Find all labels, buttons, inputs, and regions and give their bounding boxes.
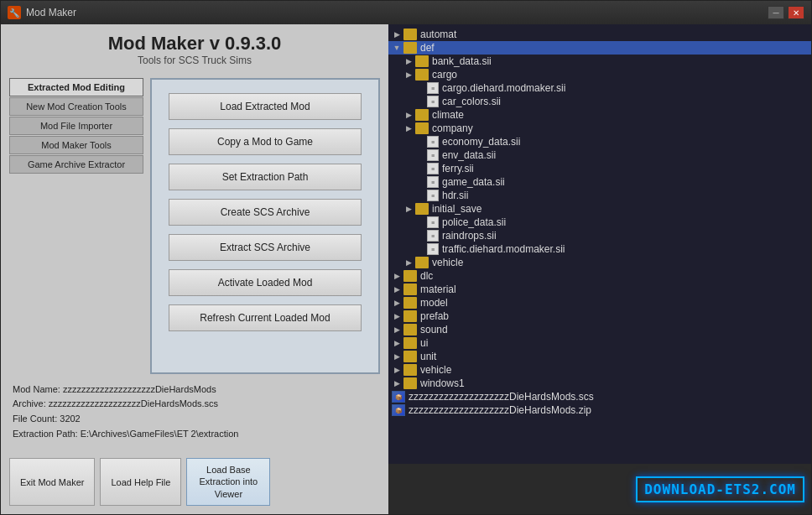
sidebar-item-mod-maker-tools[interactable]: Mod Maker Tools — [9, 136, 143, 154]
file-icon: ≡ — [427, 163, 439, 174]
load-base-extraction-button[interactable]: Load Base Extraction into Viewer — [186, 458, 270, 506]
collapse-icon[interactable]: ▶ — [392, 325, 402, 335]
tree-item-label: material — [420, 284, 456, 295]
title-bar-left: 🔧 Mod Maker — [8, 6, 76, 19]
copy-mod-to-game-button[interactable]: Copy a Mod to Game — [169, 128, 362, 155]
collapse-icon[interactable]: ▶ — [392, 311, 402, 321]
tree-item[interactable]: ▶vehicle — [388, 363, 811, 377]
tree-item[interactable]: ≡raindrops.sii — [388, 229, 811, 242]
collapse-icon[interactable]: ▶ — [403, 258, 414, 268]
close-button[interactable]: ✕ — [788, 6, 804, 19]
sidebar-item-extracted-mod-editing[interactable]: Extracted Mod Editing — [9, 78, 143, 96]
tree-item[interactable]: ≡traffic.diehard.modmaker.sii — [388, 242, 811, 256]
extract-scs-archive-button[interactable]: Extract SCS Archive — [169, 234, 362, 261]
collapse-icon[interactable]: ▶ — [392, 298, 402, 308]
tree-item[interactable]: 📦zzzzzzzzzzzzzzzzzzzzDieHardsMods.scs — [388, 390, 811, 403]
file-count-label: File Count: — [13, 414, 57, 424]
tree-item[interactable]: ▶windows1 — [388, 377, 811, 390]
collapse-icon[interactable]: ▶ — [392, 351, 402, 362]
watermark: DOWNLOAD-ETS2.COM — [636, 476, 804, 502]
collapse-icon[interactable]: ▶ — [392, 284, 402, 294]
tree-item[interactable]: ≡cargo.diehard.modmaker.sii — [388, 81, 811, 95]
tree-item-label: prefab — [420, 310, 449, 322]
tree-item[interactable]: ≡economy_data.sii — [388, 135, 811, 148]
sidebar-item-game-archive-extractor[interactable]: Game Archive Extractor — [9, 155, 143, 174]
tree-item[interactable]: ▶climate — [388, 108, 811, 122]
collapse-icon[interactable]: ▶ — [403, 110, 414, 120]
tree-item[interactable]: ▶ui — [388, 336, 811, 350]
tree-item[interactable]: ▶initial_save — [388, 202, 811, 216]
tree-item[interactable]: ▶vehicle — [388, 256, 811, 269]
folder-icon — [403, 337, 417, 349]
tree-item[interactable]: ≡ferry.sii — [388, 162, 811, 175]
collapse-icon[interactable]: ▶ — [392, 271, 402, 281]
tree-item[interactable]: ▼def — [388, 41, 811, 55]
tree-item[interactable]: ▶sound — [388, 323, 811, 336]
collapse-icon[interactable]: ▶ — [403, 56, 414, 66]
tree-item-label: windows1 — [420, 377, 465, 389]
buttons-panel: Load Extracted Mod Copy a Mod to Game Se… — [150, 78, 380, 374]
collapse-icon[interactable]: ▶ — [392, 378, 402, 388]
tree-item-label: car_colors.sii — [442, 96, 501, 107]
load-extracted-mod-button[interactable]: Load Extracted Mod — [169, 93, 362, 120]
folder-icon — [403, 42, 417, 54]
file-icon: ≡ — [427, 216, 439, 228]
app-icon: 🔧 — [8, 6, 21, 19]
sidebar-nav: Extracted Mod Editing New Mod Creation T… — [9, 78, 143, 366]
sidebar-item-new-mod-creation-tools[interactable]: New Mod Creation Tools — [9, 97, 143, 116]
tree-item[interactable]: ≡hdr.sii — [388, 189, 811, 202]
tree-item[interactable]: 📦zzzzzzzzzzzzzzzzzzzzDieHardsMods.zip — [388, 403, 811, 417]
tree-item[interactable]: ▶material — [388, 283, 811, 296]
tree-item[interactable]: ▶prefab — [388, 310, 811, 323]
tree-item-label: def — [420, 42, 435, 54]
tree-item-label: model — [420, 297, 448, 309]
tree-item[interactable]: ▶bank_data.sii — [388, 55, 811, 68]
folder-icon — [403, 324, 417, 336]
tree-item-label: bank_data.sii — [432, 55, 492, 67]
collapse-icon[interactable]: ▶ — [392, 338, 402, 348]
folder-icon — [415, 122, 429, 134]
folder-icon — [415, 203, 429, 215]
tree-item[interactable]: ≡police_data.sii — [388, 216, 811, 229]
tree-item-label: raindrops.sii — [442, 230, 497, 242]
tree-item-label: automat — [420, 29, 456, 40]
tree-item[interactable]: ▶unit — [388, 350, 811, 363]
create-scs-archive-button[interactable]: Create SCS Archive — [169, 199, 362, 226]
folder-icon — [403, 310, 417, 322]
file-count-value: 3202 — [60, 414, 80, 424]
tree-item-label: vehicle — [432, 257, 463, 268]
tree-item[interactable]: ▶company — [388, 122, 811, 135]
folder-icon — [403, 297, 417, 309]
tree-item[interactable]: ≡car_colors.sii — [388, 95, 811, 108]
sidebar-item-mod-file-importer[interactable]: Mod File Importer — [9, 117, 143, 135]
folder-icon — [403, 351, 417, 362]
collapse-icon[interactable]: ▶ — [392, 29, 402, 39]
tree-item[interactable]: ▶cargo — [388, 68, 811, 81]
exit-mod-maker-button[interactable]: Exit Mod Maker — [9, 458, 95, 506]
refresh-current-loaded-mod-button[interactable]: Refresh Current Loaded Mod — [169, 304, 362, 331]
tree-item[interactable]: ▶automat — [388, 28, 811, 41]
tree-item[interactable]: ▶model — [388, 296, 811, 310]
archive-label: Archive: — [13, 398, 46, 408]
tree-item-label: ui — [420, 337, 428, 349]
tree-item-label: economy_data.sii — [442, 136, 520, 148]
tree-item[interactable]: ▶dlc — [388, 269, 811, 283]
tree-view[interactable]: ▶automat▼def▶bank_data.sii▶cargo≡cargo.d… — [388, 24, 811, 464]
collapse-icon[interactable]: ▶ — [403, 70, 414, 80]
folder-icon — [403, 364, 417, 376]
tree-item[interactable]: ≡game_data.sii — [388, 175, 811, 189]
archive-icon: 📦 — [392, 391, 405, 403]
minimize-button[interactable]: ─ — [768, 6, 784, 19]
tree-item-label: traffic.diehard.modmaker.sii — [442, 243, 565, 255]
set-extraction-path-button[interactable]: Set Extraction Path — [169, 164, 362, 190]
activate-loaded-mod-button[interactable]: Activate Loaded Mod — [169, 269, 362, 296]
collapse-icon[interactable]: ▶ — [403, 204, 414, 214]
tree-item-label: cargo.diehard.modmaker.sii — [442, 82, 565, 94]
folder-icon — [403, 270, 417, 282]
tree-item[interactable]: ≡env_data.sii — [388, 148, 811, 162]
collapse-icon[interactable]: ▶ — [403, 123, 414, 133]
expand-icon[interactable]: ▼ — [392, 43, 402, 53]
load-help-file-button[interactable]: Load Help File — [100, 458, 181, 506]
collapse-icon[interactable]: ▶ — [392, 365, 402, 375]
file-icon: ≡ — [427, 82, 439, 94]
